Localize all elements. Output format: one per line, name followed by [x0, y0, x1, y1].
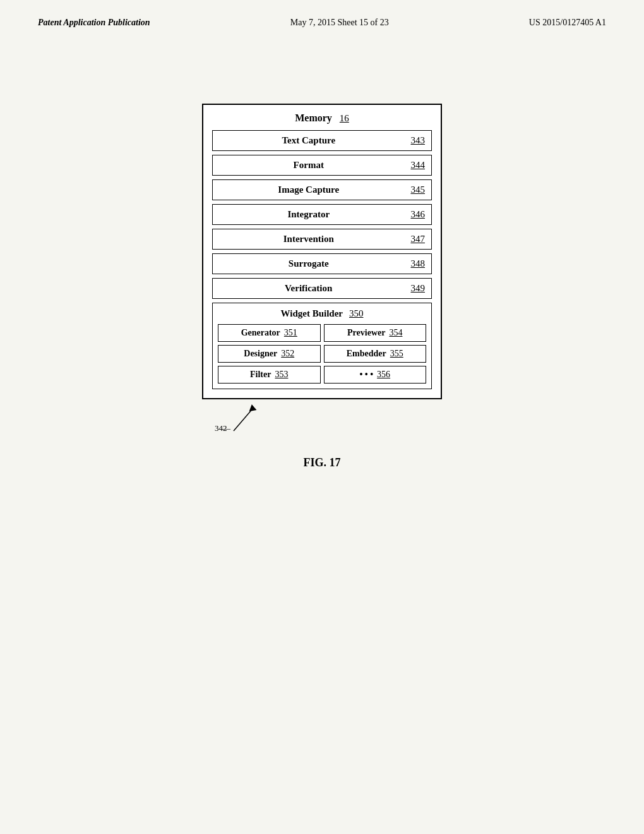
- widget-label-embedder: Embedder: [347, 349, 386, 359]
- widget-ref-previewer: 354: [389, 328, 402, 338]
- module-surrogate: Surrogate 348: [212, 253, 432, 274]
- widget-label-filter: Filter: [250, 370, 271, 380]
- memory-ref: 16: [340, 113, 349, 124]
- memory-box: Memory 16 Text Capture 343 Format 344 Im…: [202, 104, 442, 399]
- widget-cell-ellipsis: • • • 356: [324, 366, 427, 384]
- ref-342-arrow-indicator: —: [222, 423, 230, 433]
- module-label-verification: Verification: [219, 283, 398, 294]
- module-ref-text-capture: 343: [411, 135, 426, 146]
- figure-caption: FIG. 17: [303, 456, 340, 469]
- widget-builder-title: Widget Builder 350: [218, 308, 426, 319]
- widget-cell-filter: Filter 353: [218, 366, 321, 384]
- module-label-image-capture: Image Capture: [219, 184, 398, 195]
- module-integrator: Integrator 346: [212, 204, 432, 225]
- module-format: Format 344: [212, 155, 432, 176]
- svg-marker-1: [248, 404, 257, 411]
- module-label-integrator: Integrator: [219, 209, 398, 220]
- widget-ref-ellipsis: 356: [377, 370, 390, 380]
- widget-label-ellipsis: • • •: [359, 370, 373, 380]
- memory-title: Memory 16: [212, 112, 432, 124]
- module-label-surrogate: Surrogate: [219, 258, 398, 269]
- module-image-capture: Image Capture 345: [212, 179, 432, 200]
- module-ref-intervention: 347: [411, 234, 426, 245]
- widget-cell-previewer: Previewer 354: [324, 324, 427, 342]
- header-date-sheet: May 7, 2015 Sheet 15 of 23: [290, 18, 389, 28]
- widget-cell-designer: Designer 352: [218, 345, 321, 363]
- widget-builder-label: Widget Builder: [281, 308, 343, 319]
- widget-ref-generator: 351: [284, 328, 297, 338]
- module-text-capture: Text Capture 343: [212, 130, 432, 151]
- module-ref-image-capture: 345: [411, 184, 426, 195]
- widget-builder-ref: 350: [349, 308, 364, 319]
- module-ref-surrogate: 348: [411, 258, 426, 269]
- module-intervention: Intervention 347: [212, 229, 432, 250]
- module-verification: Verification 349: [212, 278, 432, 299]
- module-ref-format: 344: [411, 160, 426, 171]
- module-label-format: Format: [219, 160, 398, 171]
- header-publication: Patent Application Publication: [38, 18, 150, 28]
- widget-grid: Generator 351 Previewer 354 Designer 352…: [218, 324, 426, 384]
- memory-label: Memory: [295, 112, 332, 124]
- page-header: Patent Application Publication May 7, 20…: [0, 0, 644, 28]
- widget-ref-filter: 353: [275, 370, 288, 380]
- diagram-area: Memory 16 Text Capture 343 Format 344 Im…: [0, 104, 644, 469]
- widget-ref-designer: 352: [281, 349, 294, 359]
- widget-cell-embedder: Embedder 355: [324, 345, 427, 363]
- module-ref-verification: 349: [411, 283, 426, 294]
- svg-line-0: [234, 409, 253, 431]
- annotation-342: 342 —: [215, 399, 265, 437]
- widget-label-designer: Designer: [244, 349, 277, 359]
- header-patent-num: US 2015/0127405 A1: [529, 18, 606, 28]
- module-ref-integrator: 346: [411, 209, 426, 220]
- widget-label-previewer: Previewer: [347, 328, 385, 338]
- module-label-intervention: Intervention: [219, 234, 398, 245]
- widget-label-generator: Generator: [241, 328, 280, 338]
- widget-ref-embedder: 355: [390, 349, 403, 359]
- widget-cell-generator: Generator 351: [218, 324, 321, 342]
- module-label-text-capture: Text Capture: [219, 135, 398, 146]
- widget-builder-box: Widget Builder 350 Generator 351 Preview…: [212, 303, 432, 389]
- annotation-area: 342 —: [202, 399, 442, 437]
